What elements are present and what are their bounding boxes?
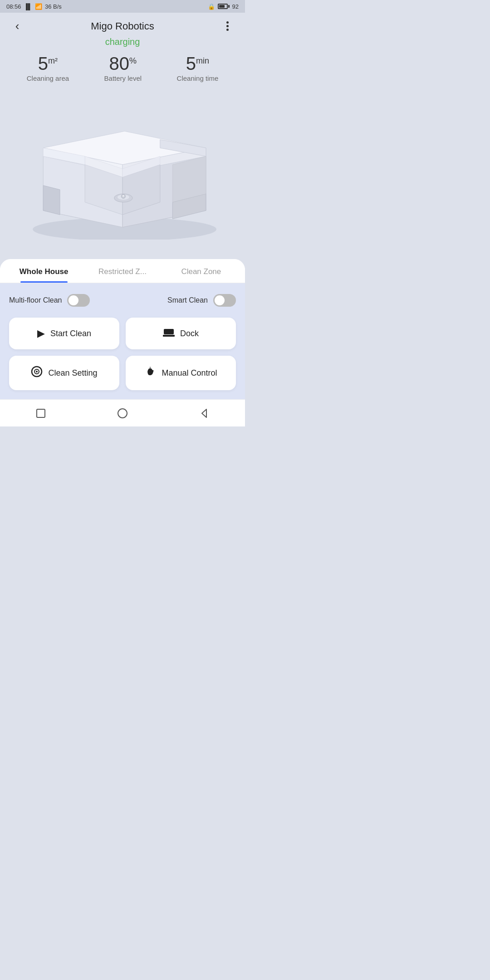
status-bar: 08:56 ▐▌ 📶 36 B/s 🔒 92 <box>0 0 245 13</box>
toggle-row: Multi-floor Clean Smart Clean <box>9 294 236 307</box>
manual-icon <box>144 366 156 380</box>
cleaning-time-stat: 5min Cleaning time <box>177 54 219 82</box>
battery-level-value: 80% <box>109 54 137 73</box>
svg-rect-21 <box>163 335 175 337</box>
play-icon: ▶ <box>37 328 45 339</box>
nav-circle-button[interactable] <box>116 407 129 420</box>
back-button[interactable]: ‹ <box>9 19 25 33</box>
battery-icon <box>218 4 230 9</box>
cleaning-area-value: 5m² <box>38 54 58 73</box>
nav-square-button[interactable] <box>34 407 48 420</box>
battery-level-label: Battery level <box>104 74 142 82</box>
start-clean-label: Start Clean <box>50 329 91 338</box>
floorplan-svg <box>18 106 227 240</box>
cleaning-time-value: 5min <box>186 54 209 73</box>
cleaning-time-label: Cleaning time <box>177 74 219 82</box>
svg-marker-12 <box>43 186 60 215</box>
status-bar-right: 🔒 92 <box>208 3 239 10</box>
tab-clean-zone[interactable]: Clean Zone <box>162 259 240 283</box>
clean-setting-button[interactable]: Clean Setting <box>9 356 119 390</box>
tab-bar: Whole House Restricted Z... Clean Zone <box>0 259 245 283</box>
more-button[interactable] <box>220 21 236 31</box>
panel-content: Multi-floor Clean Smart Clean ▶ Start Cl… <box>0 283 245 399</box>
svg-rect-20 <box>164 329 174 334</box>
dock-icon <box>163 328 175 339</box>
time-display: 08:56 <box>6 3 21 10</box>
multi-floor-clean-toggle-item: Multi-floor Clean <box>9 294 90 307</box>
smart-clean-label: Smart Clean <box>167 296 208 304</box>
settings-icon <box>31 366 43 380</box>
wifi-icon: 📶 <box>35 3 42 10</box>
smart-clean-toggle-item: Smart Clean <box>167 294 236 307</box>
floorplan-area <box>0 91 245 255</box>
svg-point-24 <box>36 371 38 372</box>
page-title: Migo Robotics <box>91 20 154 32</box>
top-nav: ‹ Migo Robotics <box>0 13 245 37</box>
cleaning-area-label: Cleaning area <box>27 74 69 82</box>
svg-rect-25 <box>37 409 45 417</box>
manual-control-label: Manual Control <box>162 368 217 378</box>
clean-setting-label: Clean Setting <box>48 368 97 378</box>
cleaning-area-stat: 5m² Cleaning area <box>27 54 69 82</box>
status-bar-left: 08:56 ▐▌ 📶 36 B/s <box>6 3 62 10</box>
network-speed: 36 B/s <box>45 3 62 10</box>
start-clean-button[interactable]: ▶ Start Clean <box>9 318 119 349</box>
battery-percent: 92 <box>232 3 239 10</box>
device-status: charging <box>0 37 245 47</box>
multi-floor-clean-toggle[interactable] <box>67 294 90 307</box>
bottom-nav <box>0 399 245 426</box>
svg-point-26 <box>118 409 127 418</box>
multi-floor-clean-label: Multi-floor Clean <box>9 296 62 304</box>
manual-control-button[interactable]: Manual Control <box>126 356 236 390</box>
stats-row: 5m² Cleaning area 80% Battery level 5min… <box>0 54 245 91</box>
bottom-panel: Whole House Restricted Z... Clean Zone M… <box>0 259 245 399</box>
dock-label: Dock <box>180 329 199 338</box>
battery-level-stat: 80% Battery level <box>104 54 142 82</box>
lock-icon: 🔒 <box>208 3 215 10</box>
nav-back-button[interactable] <box>197 407 211 420</box>
smart-clean-toggle[interactable] <box>213 294 236 307</box>
svg-point-17 <box>122 195 124 197</box>
action-buttons: ▶ Start Clean Dock <box>9 318 236 390</box>
tab-whole-house[interactable]: Whole House <box>5 259 83 283</box>
svg-marker-27 <box>202 409 206 417</box>
dock-button[interactable]: Dock <box>126 318 236 349</box>
tab-restricted-zone[interactable]: Restricted Z... <box>83 259 162 283</box>
signal-icon: ▐▌ <box>24 3 32 10</box>
